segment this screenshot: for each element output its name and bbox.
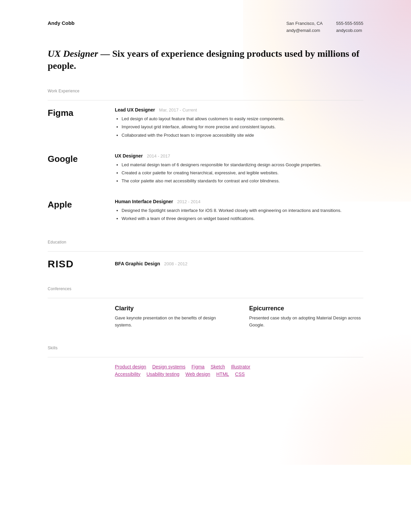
conference-clarity: Clarity Gave keynote presentation on the… xyxy=(115,305,229,329)
company-apple: Apple xyxy=(48,199,115,223)
job-google: Google UX Designer 2014 - 2017 Led mater… xyxy=(48,153,363,185)
conference-items: Clarity Gave keynote presentation on the… xyxy=(115,305,363,329)
email: andy@email.com xyxy=(286,27,323,34)
location: San Francisco, CA xyxy=(286,20,323,27)
skills-tags: Product design Design systems Figma Sket… xyxy=(115,364,363,379)
apple-bullets: Designed the Spotlight search interface … xyxy=(115,207,363,222)
skills-section: Skills Product design Design systems Fig… xyxy=(48,346,363,379)
conferences-section-label: Conferences xyxy=(48,286,363,291)
work-experience-section: Work Experience Figma Lead UX Designer M… xyxy=(48,89,363,223)
education-divider xyxy=(48,251,363,252)
google-bullet-1: Led material design team of 6 designers … xyxy=(122,161,363,169)
skills-line-2: Accessibility Usability testing Web desi… xyxy=(115,371,363,377)
website: andycob.com xyxy=(336,27,363,34)
skill-html[interactable]: HTML xyxy=(216,371,229,377)
google-details: UX Designer 2014 - 2017 Led material des… xyxy=(115,153,363,185)
education-section: Education RISD BFA Graphic Design 2008 -… xyxy=(48,240,363,270)
google-title-row: UX Designer 2014 - 2017 xyxy=(115,153,363,159)
skill-web-design[interactable]: Web design xyxy=(185,371,210,377)
apple-details: Human Interface Designer 2012 - 2014 Des… xyxy=(115,199,363,223)
conferences-divider xyxy=(48,298,363,298)
skills-divider xyxy=(48,357,363,357)
skills-label-spacer xyxy=(48,364,115,379)
risd-degree: BFA Graphic Design xyxy=(115,261,160,266)
skill-sketch[interactable]: Sketch xyxy=(211,364,225,369)
google-date: 2014 - 2017 xyxy=(147,153,170,159)
figma-title-row: Lead UX Designer Mar, 2017 - Current xyxy=(115,107,363,113)
epicurrence-desc: Presented case study on adopting Materia… xyxy=(249,315,363,329)
skill-product-design[interactable]: Product design xyxy=(115,364,146,369)
header: Andy Cobb San Francisco, CA andy@email.c… xyxy=(48,20,363,34)
school-risd: RISD xyxy=(48,258,115,270)
contact-info: San Francisco, CA andy@email.com 555-555… xyxy=(286,20,363,34)
epicurrence-title: Epicurrence xyxy=(249,305,363,312)
conferences-section: Conferences Clarity Gave keynote present… xyxy=(48,286,363,329)
figma-date: Mar, 2017 - Current xyxy=(159,107,197,113)
skill-figma[interactable]: Figma xyxy=(191,364,204,369)
skill-css[interactable]: CSS xyxy=(235,371,245,377)
skills-line-1: Product design Design systems Figma Sket… xyxy=(115,364,363,369)
figma-bullet-2: Improved layout grid interface, allowing… xyxy=(122,123,363,131)
company-google: Google xyxy=(48,153,115,185)
skills-section-label: Skills xyxy=(48,346,363,350)
figma-title: Lead UX Designer xyxy=(115,107,155,113)
apple-title-row: Human Interface Designer 2012 - 2014 xyxy=(115,199,363,204)
skill-usability-testing[interactable]: Usability testing xyxy=(146,371,179,377)
google-bullet-2: Created a color palette for creating hie… xyxy=(122,169,363,177)
candidate-name: Andy Cobb xyxy=(48,20,75,26)
job-apple: Apple Human Interface Designer 2012 - 20… xyxy=(48,199,363,223)
apple-title: Human Interface Designer xyxy=(115,199,173,204)
education-section-label: Education xyxy=(48,240,363,245)
figma-bullet-3: Collaborated with the Product team to im… xyxy=(122,132,363,139)
work-section-label: Work Experience xyxy=(48,89,363,93)
skills-row: Product design Design systems Figma Sket… xyxy=(48,364,363,379)
company-figma: Figma xyxy=(48,107,115,139)
figma-bullets: Led design of auto layout feature that a… xyxy=(115,115,363,139)
google-title: UX Designer xyxy=(115,153,143,159)
tagline: UX Designer — Six years of experience de… xyxy=(48,48,363,72)
apple-bullet-1: Designed the Spotlight search interface … xyxy=(122,207,363,214)
apple-date: 2012 - 2014 xyxy=(177,199,200,204)
figma-bullet-1: Led design of auto layout feature that a… xyxy=(122,115,363,123)
skill-illustrator[interactable]: Illustrator xyxy=(231,364,250,369)
clarity-desc: Gave keynote presentation on the benefit… xyxy=(115,315,229,329)
education-risd: RISD BFA Graphic Design 2008 - 2012 xyxy=(48,258,363,270)
clarity-title: Clarity xyxy=(115,305,229,312)
risd-details: BFA Graphic Design 2008 - 2012 xyxy=(115,258,363,270)
conference-epicurrence: Epicurrence Presented case study on adop… xyxy=(249,305,363,329)
job-figma: Figma Lead UX Designer Mar, 2017 - Curre… xyxy=(48,107,363,139)
figma-details: Lead UX Designer Mar, 2017 - Current Led… xyxy=(115,107,363,139)
tagline-italic: UX Designer xyxy=(48,48,98,59)
google-bullet-3: The color palette also met accessibility… xyxy=(122,177,363,185)
conf-label-spacer xyxy=(48,305,115,329)
conferences-row: Clarity Gave keynote presentation on the… xyxy=(48,305,363,329)
skill-design-systems[interactable]: Design systems xyxy=(152,364,185,369)
risd-date: 2008 - 2012 xyxy=(164,261,187,266)
work-divider xyxy=(48,100,363,100)
skill-accessibility[interactable]: Accessibility xyxy=(115,371,140,377)
google-bullets: Led material design team of 6 designers … xyxy=(115,161,363,185)
contact-col-2: 555-555-5555 andycob.com xyxy=(336,20,363,34)
risd-title-row: BFA Graphic Design 2008 - 2012 xyxy=(115,261,363,266)
apple-bullet-2: Worked with a team of three designers on… xyxy=(122,215,363,222)
phone: 555-555-5555 xyxy=(336,20,363,27)
contact-col-1: San Francisco, CA andy@email.com xyxy=(286,20,323,34)
